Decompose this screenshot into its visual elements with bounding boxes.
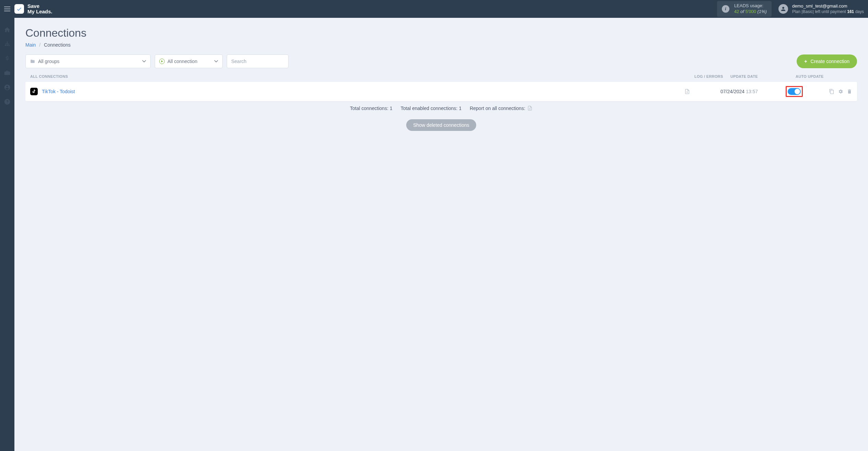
top-header: Save My Leads. i LEADS usage: 42 of 5'00… bbox=[0, 0, 868, 18]
sidebar-nav bbox=[0, 18, 14, 140]
info-icon: i bbox=[722, 5, 729, 13]
col-header-name: ALL CONNECTIONS bbox=[30, 74, 694, 78]
sidebar-dollar-icon[interactable] bbox=[3, 55, 11, 62]
leads-used: 42 bbox=[734, 9, 739, 14]
copy-icon[interactable] bbox=[829, 89, 834, 94]
tiktok-icon bbox=[30, 88, 38, 95]
log-document-icon[interactable] bbox=[684, 88, 720, 95]
total-connections: Total connections: 1 bbox=[350, 106, 392, 111]
logo[interactable]: Save My Leads. bbox=[14, 3, 52, 15]
connection-row: TikTok - Todoist 07/24/2024 13:57 bbox=[25, 82, 857, 101]
row-date-cell: 07/24/2024 13:57 bbox=[720, 89, 786, 94]
row-auto-cell bbox=[786, 86, 815, 97]
user-email: demo_sml_test@gmail.com bbox=[792, 3, 864, 9]
chevron-down-icon bbox=[142, 60, 146, 63]
leads-of: of bbox=[740, 9, 744, 14]
connection-title-link[interactable]: TikTok - Todoist bbox=[42, 89, 684, 94]
report-document-icon[interactable] bbox=[527, 105, 532, 111]
sidebar-home-icon[interactable] bbox=[3, 26, 11, 34]
sidebar-help-icon[interactable] bbox=[3, 98, 11, 106]
breadcrumb-main-link[interactable]: Main bbox=[25, 42, 36, 48]
main-content: Connections Main / Connections All group… bbox=[14, 18, 868, 140]
logo-text: Save My Leads. bbox=[27, 3, 52, 15]
row-actions bbox=[829, 89, 852, 94]
sidebar-briefcase-icon[interactable] bbox=[3, 69, 11, 77]
status-label: All connection bbox=[167, 59, 197, 64]
show-deleted-button[interactable]: Show deleted connections bbox=[406, 119, 476, 131]
user-menu[interactable]: demo_sml_test@gmail.com Plan |Basic| lef… bbox=[778, 3, 864, 14]
table-header: ALL CONNECTIONS LOG / ERRORS UPDATE DATE… bbox=[25, 74, 857, 82]
groups-dropdown[interactable]: All groups bbox=[25, 54, 151, 68]
summary-row: Total connections: 1 Total enabled conne… bbox=[25, 105, 857, 111]
user-avatar-icon bbox=[778, 4, 788, 14]
sidebar-sitemap-icon[interactable] bbox=[3, 40, 11, 48]
play-circle-icon bbox=[159, 59, 165, 64]
row-log-cell bbox=[684, 88, 720, 95]
col-header-auto: AUTO UPDATE bbox=[796, 74, 852, 78]
user-plan: Plan |Basic| left until payment 161 days bbox=[792, 9, 864, 15]
logo-check-icon bbox=[14, 4, 24, 14]
plus-icon: + bbox=[804, 59, 807, 64]
leads-percent: (1%) bbox=[757, 9, 766, 14]
report-all: Report on all connections: bbox=[470, 105, 532, 111]
groups-label: All groups bbox=[38, 59, 59, 64]
folder-icon bbox=[30, 59, 35, 64]
total-enabled: Total enabled connections: 1 bbox=[401, 106, 461, 111]
auto-update-toggle[interactable] bbox=[788, 88, 801, 95]
delete-trash-icon[interactable] bbox=[847, 89, 852, 94]
hamburger-menu-icon[interactable] bbox=[4, 7, 10, 11]
breadcrumb-current: Connections bbox=[44, 42, 71, 48]
leads-label: LEADS usage: bbox=[734, 3, 767, 9]
chevron-down-icon bbox=[214, 60, 218, 63]
page-title: Connections bbox=[25, 27, 857, 39]
leads-total: 5'000 bbox=[745, 9, 756, 14]
col-header-log: LOG / ERRORS bbox=[694, 74, 730, 78]
breadcrumb-separator: / bbox=[39, 42, 40, 48]
filters-row: All groups All connection + Create conne… bbox=[25, 54, 857, 68]
col-header-date: UPDATE DATE bbox=[730, 74, 796, 78]
toggle-highlight-box bbox=[786, 86, 803, 97]
search-input[interactable] bbox=[227, 54, 289, 68]
settings-gear-icon[interactable] bbox=[838, 89, 843, 94]
create-connection-button[interactable]: + Create connection bbox=[797, 54, 857, 68]
breadcrumb: Main / Connections bbox=[25, 42, 857, 48]
leads-usage-badge: i LEADS usage: 42 of 5'000 (1%) bbox=[717, 1, 772, 17]
sidebar-user-icon[interactable] bbox=[3, 84, 11, 91]
status-dropdown[interactable]: All connection bbox=[155, 54, 223, 68]
